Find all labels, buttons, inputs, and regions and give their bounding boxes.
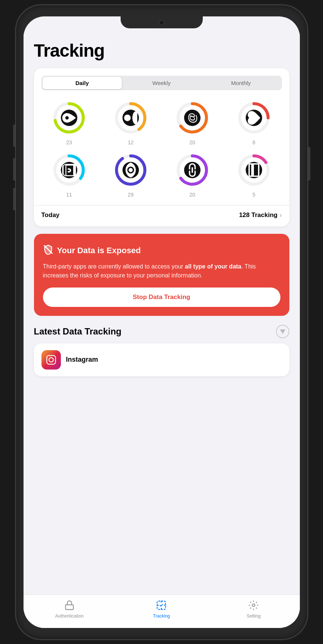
ring-count-link: 20	[189, 192, 195, 198]
ring-item-eye: 29	[103, 151, 159, 198]
alert-title: Your Data is Exposed	[43, 244, 280, 257]
tab-authentication[interactable]: Authentication	[55, 599, 84, 619]
notch	[121, 16, 203, 28]
tab-daily[interactable]: Daily	[43, 77, 122, 89]
alert-body: Third-party apps are currently allowed t…	[43, 262, 280, 280]
segmented-control: Daily Weekly Monthly	[41, 76, 282, 90]
tab-bar: Authentication Tracking	[24, 594, 300, 628]
ring-profile[interactable]	[112, 99, 149, 136]
filter-icon[interactable]	[276, 325, 289, 338]
page-title: Tracking	[34, 40, 289, 61]
ring-eye[interactable]	[112, 151, 149, 189]
ring-count-health: 8	[252, 139, 255, 145]
svg-point-25	[69, 606, 70, 608]
tracking-icon	[155, 599, 168, 612]
stop-tracking-button[interactable]: Stop Data Tracking	[43, 288, 280, 307]
tracking-count[interactable]: 128 Tracking ›	[239, 211, 282, 219]
authentication-icon	[63, 599, 76, 612]
ring-email[interactable]: @	[174, 99, 211, 136]
ring-item-profile: 12	[103, 99, 159, 145]
svg-point-22	[49, 358, 53, 362]
alert-body-bold: all type of your data	[185, 263, 241, 270]
phone-frame: Tracking Daily Weekly Monthly	[16, 5, 307, 639]
ring-icon-card	[246, 162, 262, 178]
tab-setting[interactable]: Setting	[239, 599, 268, 619]
latest-section-title: Latest Data Tracking	[34, 326, 122, 337]
card-divider	[34, 205, 289, 205]
ring-item-location: 23	[41, 99, 97, 145]
alert-card: Your Data is Exposed Third-party apps ar…	[34, 234, 289, 316]
ring-card[interactable]	[235, 151, 273, 189]
svg-rect-24	[65, 605, 73, 610]
svg-rect-21	[47, 355, 55, 364]
ring-location[interactable]	[50, 99, 88, 136]
ring-item-link: 20	[165, 151, 220, 198]
ring-item-email: @ 20	[165, 99, 220, 145]
stop-tracking-button-label: Stop Data Tracking	[133, 293, 190, 301]
tab-tracking-label: Tracking	[153, 613, 170, 619]
ring-item-shopping: 11	[41, 151, 97, 198]
svg-text:@: @	[186, 113, 198, 123]
today-row: Today 128 Tracking ›	[41, 211, 282, 219]
ring-count-eye: 29	[128, 192, 134, 198]
tracking-count-text: 128 Tracking	[239, 211, 277, 219]
svg-point-23	[53, 356, 54, 358]
ring-icon-profile	[122, 110, 139, 126]
instagram-icon	[41, 350, 61, 370]
latest-section-header: Latest Data Tracking	[34, 325, 289, 338]
ring-icon-shopping	[61, 162, 77, 178]
ring-icon-health	[246, 110, 262, 126]
instagram-name: Instagram	[66, 356, 98, 364]
tracking-card: Daily Weekly Monthly 23	[34, 68, 289, 226]
ring-icon-link	[184, 162, 201, 178]
screen-content: Tracking Daily Weekly Monthly	[24, 33, 300, 628]
ring-count-location: 23	[66, 139, 72, 145]
shield-slash-icon	[43, 244, 53, 257]
ring-item-health: 8	[226, 99, 282, 145]
instagram-card[interactable]: Instagram	[34, 343, 289, 376]
tab-weekly[interactable]: Weekly	[122, 77, 201, 89]
camera	[159, 20, 164, 25]
setting-icon	[247, 599, 260, 612]
ring-count-card: 5	[252, 192, 255, 198]
ring-item-card: 5	[226, 151, 282, 198]
ring-health[interactable]	[235, 99, 273, 136]
chevron-right-icon: ›	[280, 212, 282, 219]
svg-point-27	[252, 604, 255, 607]
phone-screen: Tracking Daily Weekly Monthly	[24, 16, 300, 628]
ring-icon-email: @	[184, 110, 201, 126]
ring-icon-location	[61, 110, 77, 126]
ring-icon-eye	[122, 162, 139, 178]
alert-title-text: Your Data is Exposed	[57, 246, 141, 255]
tab-setting-label: Setting	[246, 613, 260, 619]
tab-tracking[interactable]: Tracking	[146, 599, 176, 619]
ring-shopping[interactable]	[50, 151, 88, 189]
ring-count-email: 20	[189, 139, 195, 145]
main-scroll[interactable]: Tracking Daily Weekly Monthly	[24, 33, 300, 594]
alert-body-prefix: Third-party apps are currently allowed t…	[43, 263, 185, 270]
today-label: Today	[41, 211, 60, 219]
tab-monthly[interactable]: Monthly	[201, 77, 281, 89]
ring-link[interactable]	[174, 151, 211, 189]
tab-authentication-label: Authentication	[55, 613, 84, 619]
ring-count-shopping: 11	[66, 192, 72, 198]
rings-grid: 23 12 @ 20	[41, 99, 282, 198]
ring-count-profile: 12	[128, 139, 134, 145]
